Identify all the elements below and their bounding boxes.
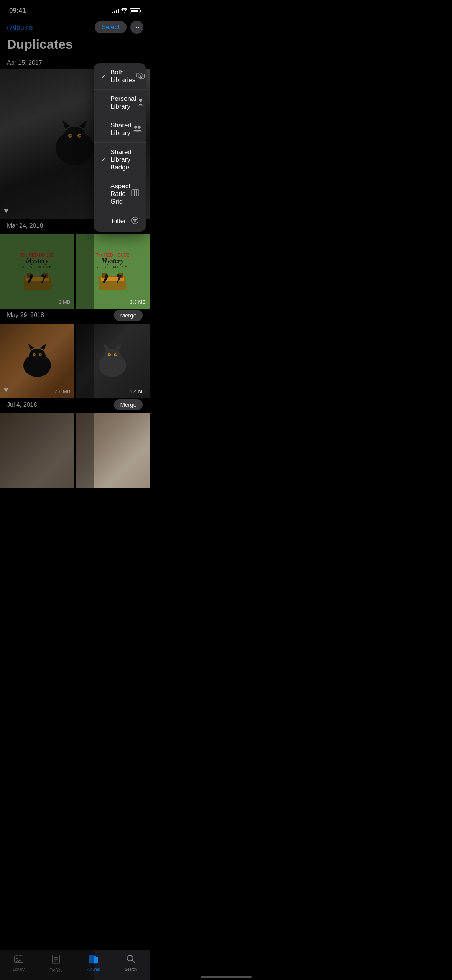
photo-group-3: ♥ 2.8 MB 1.4 MB (0, 324, 150, 398)
page-title: Duplicates (0, 37, 150, 53)
date-label-2: Mar 24, 2018 (7, 222, 43, 229)
checkmark-badge-icon: ✓ (101, 156, 106, 163)
tab-for-you-label: For You (49, 968, 62, 972)
shared-library-badge-label: Shared Library Badge (110, 148, 139, 171)
svg-point-62 (127, 955, 133, 961)
photo-group-4 (0, 413, 150, 488)
tab-albums-label: Albums (87, 967, 100, 972)
book-title-main-2: Mystery (101, 257, 124, 264)
svg-point-36 (109, 354, 110, 355)
cat-silhouette-3-icon (93, 342, 131, 380)
merge-button-3[interactable]: Merge (114, 310, 143, 321)
signal-bars-icon (112, 8, 119, 13)
svg-point-41 (139, 98, 142, 101)
photo-size-book-2: 3.3 MB (130, 299, 146, 305)
status-time: 09:41 (9, 7, 26, 15)
tab-search[interactable]: Search (112, 954, 150, 972)
dropdown-item-personal-library[interactable]: ✓ Personal Library (94, 90, 146, 116)
dropdown-item-filter[interactable]: ✓ Filter (94, 211, 146, 232)
svg-marker-3 (79, 120, 87, 129)
for-you-icon (51, 954, 61, 967)
svg-point-1 (63, 127, 86, 148)
shared-library-label: Shared Library (110, 122, 133, 137)
date-row-3: May 29, 2018 Merge (0, 310, 150, 321)
back-label: Albums (10, 23, 33, 31)
svg-point-29 (40, 354, 41, 355)
date-label-4: Jul 4, 2018 (7, 401, 37, 408)
more-button[interactable]: ··· (130, 21, 143, 34)
tab-library[interactable]: Library (0, 954, 38, 972)
tab-albums[interactable]: Albums (75, 954, 112, 972)
people-icon (133, 125, 142, 134)
tab-for-you[interactable]: For You (38, 954, 75, 972)
ellipsis-icon: ··· (134, 23, 140, 31)
date-label-3: May 29, 2018 (7, 312, 44, 319)
date-label-1: Apr 15, 2017 (7, 59, 42, 66)
photo-size-cat-3: 1.4 MB (130, 388, 146, 394)
heart-icon-2: ♥ (4, 385, 8, 394)
svg-point-40 (140, 75, 141, 77)
svg-rect-53 (14, 956, 23, 962)
photo-book-1[interactable]: The RED HOUSE Mystery A · A · MILNE 2 MB (0, 234, 74, 309)
svg-marker-24 (28, 344, 34, 350)
svg-marker-25 (40, 344, 46, 350)
person-icon (137, 98, 144, 108)
svg-point-15 (41, 274, 44, 277)
book-illustration-icon (24, 269, 51, 290)
aspect-ratio-label: Aspect Ratio Grid (110, 183, 131, 206)
nav-bar: ‹ Albums Select ··· (0, 19, 150, 37)
svg-point-23 (29, 349, 46, 364)
photo-book-2[interactable]: The RED HOUSE Mystery A · A · MILNE 3.3 … (76, 234, 150, 309)
tab-bar: Library For You Albums (0, 950, 150, 980)
both-libraries-label: Both Libraries (110, 69, 136, 84)
svg-point-42 (134, 125, 137, 128)
svg-line-63 (132, 960, 135, 963)
cat-silhouette-2-icon (18, 342, 56, 380)
cat-silhouette-icon (48, 117, 102, 171)
svg-point-37 (115, 354, 117, 355)
svg-point-31 (104, 349, 121, 364)
tab-library-label: Library (13, 967, 25, 972)
svg-point-6 (70, 135, 72, 137)
svg-marker-32 (103, 344, 109, 350)
svg-rect-38 (137, 73, 142, 77)
dropdown-menu: ✓ Both Libraries ✓ Personal Library (94, 63, 146, 232)
photo-rocks-1[interactable] (0, 413, 74, 488)
book-author-2: A · A · MILNE (97, 265, 128, 269)
svg-point-54 (16, 958, 18, 960)
battery-icon (130, 8, 140, 13)
albums-icon (89, 954, 99, 966)
dropdown-item-both-libraries[interactable]: ✓ Both Libraries (94, 63, 146, 90)
svg-rect-61 (89, 955, 94, 956)
photo-size-book-1: 2 MB (59, 299, 70, 305)
svg-point-28 (34, 354, 35, 355)
photo-rocks-2[interactable] (76, 413, 150, 488)
search-icon (126, 954, 135, 966)
tab-search-label: Search (125, 967, 137, 972)
book-illustration-icon-2 (99, 269, 126, 290)
merge-button-4[interactable]: Merge (114, 399, 143, 410)
photos-icon (136, 72, 145, 81)
status-bar: 09:41 (0, 0, 150, 19)
select-button[interactable]: Select (95, 21, 127, 33)
dropdown-item-shared-library[interactable]: ✓ Shared Library (94, 116, 146, 143)
checkmark-both-icon: ✓ (101, 73, 106, 80)
date-row-4: Jul 4, 2018 Merge (0, 399, 150, 410)
filter-label: Filter (112, 217, 126, 225)
photo-size-cat-2: 2.8 MB (54, 388, 70, 394)
dropdown-item-aspect-ratio[interactable]: ✓ Aspect Ratio Grid (94, 177, 146, 211)
photo-cat-2[interactable]: ♥ 2.8 MB (0, 324, 74, 398)
wifi-icon (121, 8, 127, 14)
back-button[interactable]: ‹ Albums (6, 23, 33, 32)
svg-rect-59 (89, 957, 98, 963)
back-chevron-icon: ‹ (6, 23, 9, 32)
photo-group-2: The RED HOUSE Mystery A · A · MILNE 2 MB (0, 234, 150, 309)
status-icons (112, 8, 140, 14)
svg-rect-44 (132, 190, 139, 196)
heart-icon: ♥ (4, 206, 8, 215)
dropdown-item-shared-badge[interactable]: ✓ Shared Library Badge (94, 143, 146, 177)
photo-cat-3[interactable]: 1.4 MB (76, 324, 150, 398)
grid-icon (131, 189, 139, 198)
library-icon (14, 954, 24, 966)
personal-library-label: Personal Library (110, 95, 137, 110)
